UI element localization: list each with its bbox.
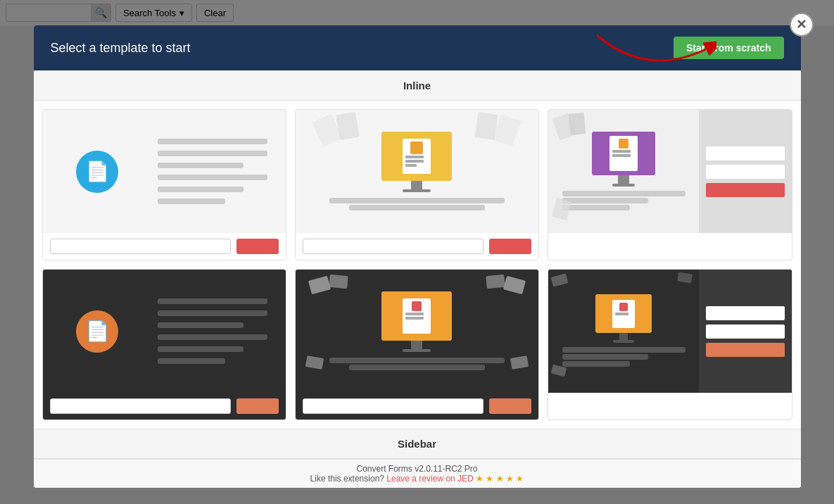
panel-btn-3 — [706, 183, 784, 197]
d6-line-2 — [562, 354, 648, 360]
card-preview-2 — [296, 110, 538, 233]
env-d1 — [551, 273, 569, 286]
review-link[interactable]: Leave a review on JED — [386, 474, 473, 484]
card-left-6 — [548, 270, 699, 393]
lines-below-monitor-2 — [320, 196, 514, 212]
monitor-screen-5 — [381, 291, 452, 341]
monitor-container-6 — [595, 294, 652, 343]
c3-line-1 — [562, 191, 685, 196]
version-text: Convert Forms v2.0.11-RC2 Pro — [38, 464, 797, 474]
env-1 — [308, 276, 331, 295]
modal-content[interactable]: Inline 📄 — [34, 70, 801, 488]
monitor-container-3 — [592, 132, 655, 187]
modal-overlay: ✕ Select a template to start Start from … — [0, 0, 834, 504]
below-line-2 — [349, 205, 485, 210]
footer-btn-5 — [489, 398, 531, 414]
card-preview-1: 📄 — [43, 110, 286, 233]
env-d2 — [677, 272, 693, 283]
env-5 — [305, 355, 324, 370]
footer-btn-2 — [489, 239, 531, 254]
monitor-stand-3 — [618, 175, 629, 184]
env-3 — [503, 276, 526, 295]
panel-input-6a — [706, 306, 784, 320]
dark-line-4 — [158, 334, 268, 340]
footer-input-4 — [50, 398, 231, 414]
c3-line-2 — [562, 198, 648, 203]
dark-lines-6 — [562, 346, 685, 368]
dark-line-2 — [158, 310, 268, 316]
lines-3 — [562, 189, 685, 212]
screen-doc-3 — [609, 136, 638, 171]
doc-line-6a — [615, 313, 628, 315]
dark-line-5 — [158, 346, 244, 352]
card-footer-5 — [296, 393, 538, 420]
close-button[interactable]: ✕ — [790, 13, 814, 37]
doc-line-3a — [612, 150, 631, 153]
doc-line-3b — [612, 154, 631, 157]
doc-icon-1: 📄 — [85, 160, 110, 183]
doc-icon-4: 📄 — [85, 320, 110, 343]
template-card-1[interactable]: 📄 — [42, 109, 286, 260]
d5-line-2 — [349, 365, 485, 370]
inline-templates-dark-grid: 📄 — [34, 269, 801, 429]
monitor-stand-5 — [411, 341, 422, 349]
monitor-stand-6 — [619, 333, 628, 340]
monitor-screen-3 — [592, 132, 655, 175]
template-card-5[interactable] — [295, 269, 539, 420]
modal: Select a template to start Start from sc… — [34, 25, 801, 488]
card-preview-5 — [296, 270, 538, 393]
doc-line-3 — [405, 164, 417, 167]
panel-input-3a — [706, 146, 784, 160]
dark-line-1 — [158, 298, 268, 304]
doc-icon-inner-6 — [619, 303, 628, 311]
card-left-3 — [548, 110, 699, 233]
red-arrow-icon — [590, 28, 716, 70]
card-right-4 — [152, 270, 286, 393]
line-4 — [158, 175, 268, 180]
doc-line-2 — [405, 160, 424, 163]
env-4 — [486, 275, 505, 289]
modal-scroll-wrap: Inline 📄 — [34, 70, 801, 488]
doc-icon-inner-5 — [412, 301, 422, 311]
env-6 — [510, 355, 529, 370]
d6-line-1 — [562, 347, 685, 353]
paper-deco-4 — [475, 112, 498, 140]
card-footer-2 — [296, 233, 538, 260]
dark-line-3 — [158, 322, 244, 328]
monitor-screen-6 — [595, 294, 652, 333]
section-label-inline: Inline — [34, 70, 801, 101]
inline-templates-grid: 📄 — [34, 101, 801, 269]
template-card-3[interactable] — [548, 109, 792, 260]
panel-btn-6 — [706, 343, 784, 357]
modal-title: Select a template to start — [51, 41, 191, 56]
card-preview-4: 📄 — [43, 270, 286, 393]
c3-line-3 — [562, 205, 630, 210]
footer-btn-4 — [236, 398, 279, 414]
paper-deco-6 — [569, 113, 586, 135]
env-2 — [329, 275, 348, 289]
screen-doc-6 — [612, 300, 635, 328]
template-card-4[interactable]: 📄 — [42, 269, 286, 420]
panel-input-6b — [706, 325, 784, 339]
circle-orange-icon: 📄 — [76, 310, 118, 353]
line-3 — [158, 163, 244, 168]
template-card-2[interactable] — [295, 109, 539, 260]
card-footer-4 — [43, 393, 286, 420]
card-left-1: 📄 — [43, 110, 152, 233]
review-line: Like this extension? Leave a review on J… — [38, 474, 797, 484]
line-1 — [158, 139, 268, 144]
card-right-1 — [152, 110, 286, 233]
d5-line-1 — [329, 358, 505, 363]
section-label-sidebar: Sidebar — [34, 429, 801, 459]
card-preview-3 — [548, 110, 791, 233]
doc-line-5a — [405, 313, 424, 315]
card-right-panel-6 — [699, 270, 791, 393]
footer-input-2 — [303, 239, 484, 254]
footer-input-5 — [303, 398, 484, 414]
screen-doc-5 — [403, 298, 431, 334]
below-line-1 — [329, 198, 505, 203]
doc-icon-inner — [410, 141, 423, 154]
template-card-6[interactable] — [548, 269, 792, 420]
monitor-container-2 — [381, 132, 452, 192]
d6-line-3 — [562, 361, 630, 367]
